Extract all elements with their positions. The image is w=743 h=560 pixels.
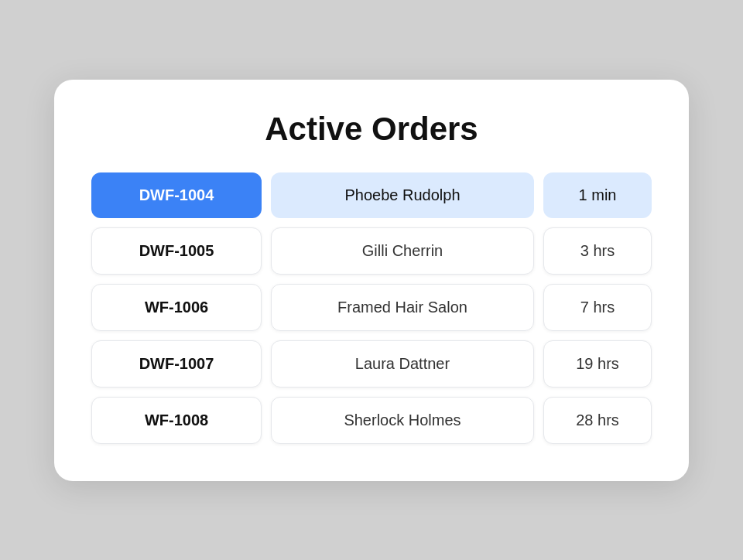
order-name: Phoebe Rudolph bbox=[271, 172, 534, 218]
order-row[interactable]: WF-1008Sherlock Holmes28 hrs bbox=[91, 397, 652, 444]
order-time: 3 hrs bbox=[543, 227, 652, 275]
order-name: Gilli Cherrin bbox=[271, 227, 534, 275]
order-id: DWF-1005 bbox=[91, 227, 262, 275]
order-id: DWF-1007 bbox=[91, 340, 262, 388]
order-id: WF-1006 bbox=[91, 284, 262, 331]
orders-table: DWF-1004Phoebe Rudolph1 minDWF-1005Gilli… bbox=[91, 172, 652, 444]
order-time: 1 min bbox=[543, 172, 652, 218]
order-time: 7 hrs bbox=[543, 284, 652, 331]
order-id: WF-1008 bbox=[91, 397, 262, 444]
main-card: Active Orders DWF-1004Phoebe Rudolph1 mi… bbox=[54, 80, 689, 481]
order-time: 19 hrs bbox=[543, 340, 652, 388]
order-row[interactable]: DWF-1004Phoebe Rudolph1 min bbox=[91, 172, 652, 218]
order-row[interactable]: WF-1006Framed Hair Salon7 hrs bbox=[91, 284, 652, 331]
order-time: 28 hrs bbox=[543, 397, 652, 444]
page-title: Active Orders bbox=[91, 111, 652, 148]
order-name: Sherlock Holmes bbox=[271, 397, 534, 444]
order-row[interactable]: DWF-1005Gilli Cherrin3 hrs bbox=[91, 227, 652, 275]
order-row[interactable]: DWF-1007Laura Dattner19 hrs bbox=[91, 340, 652, 388]
order-name: Laura Dattner bbox=[271, 340, 534, 388]
order-name: Framed Hair Salon bbox=[271, 284, 534, 331]
order-id: DWF-1004 bbox=[91, 172, 262, 218]
